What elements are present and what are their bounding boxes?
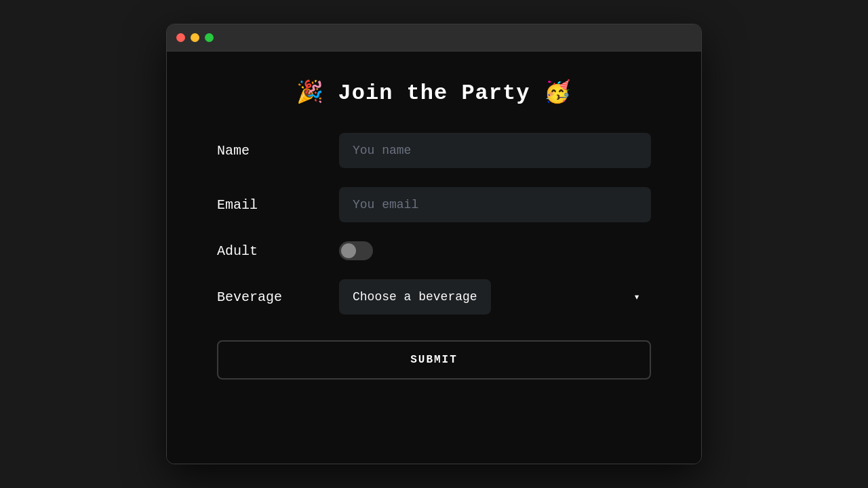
adult-row: Adult bbox=[217, 241, 651, 260]
submit-row: SUBMIT bbox=[217, 340, 651, 380]
browser-content: 🎉 Join the Party 🥳 Name Email Adult bbox=[167, 52, 701, 464]
adult-label: Adult bbox=[217, 243, 339, 259]
email-label: Email bbox=[217, 197, 339, 213]
chevron-down-icon: ▾ bbox=[633, 290, 640, 304]
name-input[interactable] bbox=[339, 133, 651, 168]
email-input[interactable] bbox=[339, 187, 651, 222]
select-wrapper: Choose a beverageWaterSodaJuiceBeerWine … bbox=[339, 279, 651, 314]
browser-window: 🎉 Join the Party 🥳 Name Email Adult bbox=[166, 24, 702, 464]
beverage-row: Beverage Choose a beverageWaterSodaJuice… bbox=[217, 279, 651, 314]
browser-titlebar bbox=[167, 24, 701, 52]
maximize-button[interactable] bbox=[205, 33, 214, 42]
toggle-slider bbox=[339, 241, 373, 260]
page-title: 🎉 Join the Party 🥳 bbox=[296, 79, 571, 106]
adult-toggle[interactable] bbox=[339, 241, 373, 260]
form-container: Name Email Adult Beverage bbox=[217, 133, 651, 380]
beverage-select[interactable]: Choose a beverageWaterSodaJuiceBeerWine bbox=[339, 279, 491, 314]
minimize-button[interactable] bbox=[191, 33, 199, 42]
name-row: Name bbox=[217, 133, 651, 168]
email-row: Email bbox=[217, 187, 651, 222]
name-label: Name bbox=[217, 143, 339, 159]
beverage-label: Beverage bbox=[217, 289, 339, 305]
submit-button[interactable]: SUBMIT bbox=[217, 340, 651, 380]
close-button[interactable] bbox=[176, 33, 185, 42]
